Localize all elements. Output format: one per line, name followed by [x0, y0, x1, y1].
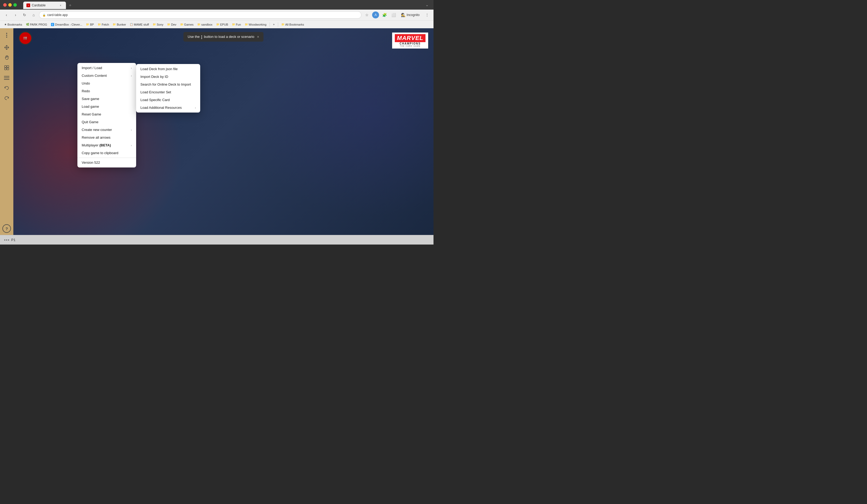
submenu-load-card[interactable]: Load Specific Card	[136, 96, 200, 104]
bookmark-fetch[interactable]: 📁 Fetch	[96, 22, 111, 27]
bookmark-star-button[interactable]: ☆	[363, 11, 371, 19]
beta-label: (BETA)	[99, 143, 111, 147]
submenu-load-encounter[interactable]: Load Encounter Set	[136, 88, 200, 96]
menu-item-label: Create new counter	[82, 128, 112, 132]
bookmark-games[interactable]: 📁 Games	[179, 22, 195, 27]
menu-item-reset-game[interactable]: Reset Game	[77, 110, 136, 118]
tooltip-close-button[interactable]: ×	[257, 35, 259, 39]
submenu-item-label: Load Deck from json file	[140, 67, 178, 71]
hamburger-menu-button[interactable]	[2, 73, 11, 83]
bookmarks-bar: ★ Bookmarks 🌿 PARK PROG C DreamBox - Cle…	[0, 20, 434, 28]
window-control[interactable]: ⌄	[424, 2, 430, 8]
folder-icon: 📁	[153, 23, 156, 26]
back-button[interactable]: ‹	[3, 11, 10, 19]
bookmark-label: DreamBox - Clever...	[55, 23, 82, 26]
profile-button[interactable]: A	[372, 11, 379, 19]
menu-item-remove-arrows[interactable]: Remove all arrows	[77, 134, 136, 141]
svg-rect-3	[7, 68, 9, 70]
dot-2	[6, 35, 7, 36]
browser-menu-button[interactable]: ⋮	[424, 11, 431, 19]
marvel-logo: MARVEL CHAMPIONS THE CARD GAME	[392, 33, 428, 48]
submenu-import-id[interactable]: Import Deck by ID	[136, 73, 200, 80]
menu-item-label: Custom Content	[82, 74, 107, 78]
menu-item-label: Save game	[82, 97, 99, 101]
status-dot-2	[6, 240, 7, 241]
champions-sub-text: THE CARD GAME	[400, 45, 421, 47]
park-prog-icon: 🌿	[26, 23, 29, 26]
menu-item-import-load[interactable]: Import / Load › Load Deck from json file…	[77, 64, 136, 72]
folder-icon: 📁	[197, 23, 201, 26]
hand-tool-button[interactable]	[2, 53, 11, 63]
close-button[interactable]	[3, 3, 7, 7]
address-bar[interactable]: 🔒 card-table.app	[39, 11, 362, 19]
sidebar-toggle-button[interactable]: ⬜	[390, 11, 397, 19]
redo-button[interactable]	[2, 93, 11, 103]
menu-item-undo[interactable]: Undo	[77, 79, 136, 87]
minimize-button[interactable]	[8, 3, 12, 7]
game-area[interactable]: !!! MARVEL CHAMPIONS THE CARD GAME Use t…	[13, 28, 434, 235]
new-tab-button[interactable]: +	[66, 2, 74, 9]
submenu-load-additional[interactable]: Load Additional Resources ›	[136, 104, 200, 111]
status-dots[interactable]	[4, 240, 9, 241]
menu-item-custom-content[interactable]: Custom Content ›	[77, 72, 136, 79]
marvel-text: MARVEL	[395, 34, 426, 42]
grid-tool-button[interactable]	[2, 63, 11, 73]
bookmark-fun[interactable]: 📁 Fun	[231, 22, 243, 27]
bookmark-bookmarks[interactable]: ★ Bookmarks	[3, 22, 24, 27]
bookmark-label: PARK PROG	[30, 23, 47, 26]
chevron-right-icon: ›	[131, 66, 132, 69]
menu-item-load-game[interactable]: Load game	[77, 103, 136, 110]
tab-close-button[interactable]: ×	[58, 3, 63, 8]
menu-item-quit-game[interactable]: Quit Game	[77, 118, 136, 126]
sidebar-dots-menu[interactable]	[2, 30, 11, 40]
menu-item-multiplayer[interactable]: Multiplayer (BETA) ›	[77, 141, 136, 149]
svg-rect-0	[4, 66, 7, 67]
bookmark-mame[interactable]: 📋 MAME stuff	[128, 22, 151, 27]
submenu-search-online[interactable]: Search for Online Deck to Import	[136, 80, 200, 88]
folder-icon: 📁	[98, 23, 101, 26]
help-button[interactable]: ?	[2, 224, 11, 233]
bookmark-dev[interactable]: 📁 Dev	[165, 22, 178, 27]
bookmark-sandbox[interactable]: 📁 sandbox	[196, 22, 214, 27]
undo-icon	[4, 85, 9, 91]
incognito-button[interactable]: 🕵 Incognito	[399, 12, 422, 18]
folder-icon: 📁	[232, 23, 235, 26]
bookmark-more[interactable]: »	[271, 22, 276, 27]
move-tool-button[interactable]	[2, 43, 11, 52]
folder-icon: 📁	[113, 23, 116, 26]
status-dot-1	[4, 240, 6, 241]
undo-button[interactable]	[2, 83, 11, 93]
bookmark-dreambox[interactable]: C DreamBox - Clever...	[50, 22, 84, 27]
maximize-button[interactable]	[13, 3, 17, 7]
menu-item-create-counter[interactable]: Create new counter ›	[77, 126, 136, 134]
hamburger-icon	[4, 76, 9, 80]
bookmark-bunker[interactable]: 📁 Bunker	[111, 22, 128, 27]
hero-bg-right	[223, 28, 434, 235]
home-button[interactable]: ⌂	[30, 11, 38, 19]
move-icon	[4, 45, 9, 50]
active-tab[interactable]: ! Cardtable ×	[23, 2, 66, 9]
menu-item-copy-game[interactable]: Copy game to clipboard	[77, 149, 136, 157]
bookmark-label: Bunker	[117, 23, 126, 26]
folder-icon: 📁	[216, 23, 220, 26]
context-menu: Import / Load › Load Deck from json file…	[77, 63, 136, 167]
dot-3	[6, 36, 7, 37]
menu-item-save-game[interactable]: Save game	[77, 95, 136, 103]
bookmark-sony[interactable]: 📁 Sony	[151, 22, 165, 27]
forward-button[interactable]: ›	[12, 11, 19, 19]
bookmark-woodworking[interactable]: 📁 Woodworking	[243, 22, 268, 27]
submenu-load-json[interactable]: Load Deck from json file	[136, 65, 200, 73]
menu-item-redo[interactable]: Redo	[77, 87, 136, 95]
star-icon: ★	[4, 23, 7, 26]
menu-item-label: Load game	[82, 105, 99, 109]
submenu-item-label: Load Additional Resources	[140, 106, 182, 110]
extensions-button[interactable]: 🧩	[381, 11, 388, 19]
tab-bar: ! Cardtable × +	[21, 2, 76, 9]
import-submenu: Load Deck from json file Import Deck by …	[136, 64, 200, 112]
dreambox-icon: C	[51, 23, 54, 26]
bookmark-all[interactable]: 📁 All Bookmarks	[280, 22, 306, 27]
bookmark-park-prog[interactable]: 🌿 PARK PROG	[24, 22, 49, 27]
reload-button[interactable]: ↻	[21, 11, 28, 19]
bookmark-epub[interactable]: 📁 EPUB	[215, 22, 230, 27]
bookmark-bp[interactable]: 📁 BP	[84, 22, 96, 27]
